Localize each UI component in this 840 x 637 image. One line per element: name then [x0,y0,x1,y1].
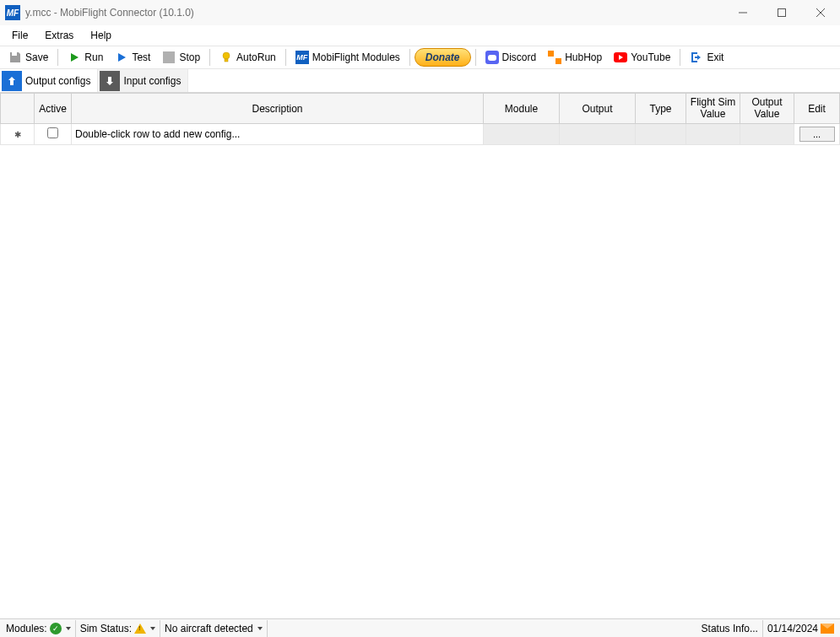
separator [409,49,410,66]
toolbar: Save Run Test Stop AutoRun MF MobiFlight… [0,46,840,69]
discord-icon [485,51,499,64]
active-checkbox[interactable] [47,127,58,138]
mobiflight-icon: MF [295,51,309,64]
check-icon: ✓ [50,623,62,634]
menu-file[interactable]: File [3,25,36,46]
svg-rect-5 [225,59,228,62]
separator [680,49,680,66]
description-cell[interactable]: Double-click row to add new config... [72,124,484,145]
tab-input-label: Input configs [123,75,181,87]
col-header-type[interactable]: Type [636,94,686,124]
svg-rect-1 [778,9,786,17]
type-cell [636,124,686,145]
mobiflight-modules-button[interactable]: MF MobiFlight Modules [290,47,405,67]
hubhop-icon [548,51,561,64]
warning-icon [134,624,146,634]
minimize-button[interactable] [723,0,762,25]
col-header-flight-sim-value[interactable]: Flight Sim Value [686,94,740,124]
discord-label: Discord [502,51,537,63]
col-header-edit[interactable]: Edit [794,94,840,124]
save-label: Save [25,51,48,63]
youtube-label: YouTube [631,51,670,63]
tab-output-configs[interactable]: Output configs [0,69,98,92]
svg-point-4 [223,52,230,59]
save-button[interactable]: Save [3,47,53,67]
edit-row-button[interactable]: ... [799,127,835,142]
play-icon [68,51,81,64]
col-header-output[interactable]: Output [560,94,636,124]
tab-output-label: Output configs [25,75,90,87]
donate-button[interactable]: Donate [415,48,471,67]
modules-label: Modules: [6,623,47,634]
menu-extras[interactable]: Extras [36,25,82,46]
chevron-down-icon [150,627,155,630]
status-modules[interactable]: Modules: ✓ [2,620,76,637]
arrow-down-icon [100,71,120,91]
status-sim[interactable]: Sim Status: [76,620,160,637]
grid-header-row: Active Description Module Output Type Fl… [1,94,840,124]
row-marker: ✱ [1,124,35,145]
new-config-row[interactable]: ✱ Double-click row to add new config... … [1,124,840,145]
envelope-icon[interactable] [821,624,834,634]
output-cell [560,124,636,145]
app-icon: MF [5,5,20,20]
modules-label: MobiFlight Modules [312,51,400,63]
bulb-icon [219,51,233,64]
discord-button[interactable]: Discord [480,47,542,67]
chevron-down-icon [257,627,263,630]
date-label: 01/14/2024 [767,623,818,634]
config-grid: Active Description Module Output Type Fl… [0,93,840,618]
col-header-marker[interactable] [1,94,35,124]
sim-status-label: Sim Status: [80,623,132,634]
stop-button[interactable]: Stop [157,47,205,67]
exit-button[interactable]: Exit [685,47,729,67]
exit-label: Exit [707,51,723,63]
status-aircraft[interactable]: No aircraft detected [160,620,268,637]
status-info-label: Status Info... [702,623,758,634]
autorun-label: AutoRun [236,51,276,63]
maximize-button[interactable] [762,0,801,25]
play-icon [115,51,128,64]
status-bar: Modules: ✓ Sim Status: No aircraft detec… [0,618,840,637]
separator [285,49,286,66]
hubhop-button[interactable]: HubHop [543,47,607,67]
col-header-description[interactable]: Description [72,94,484,124]
status-info[interactable]: Status Info... [697,620,763,637]
output-value-cell [740,124,794,145]
stop-label: Stop [179,51,200,63]
separator [209,49,210,66]
arrow-up-icon [2,71,22,91]
title-bar: MF y.mcc - MobiFlight Connector (10.1.0) [0,0,840,25]
autorun-button[interactable]: AutoRun [214,47,281,67]
module-cell [484,124,560,145]
hubhop-label: HubHop [565,51,602,63]
col-header-active[interactable]: Active [35,94,72,124]
menu-bar: File Extras Help [0,25,840,46]
run-label: Run [84,51,103,63]
exit-icon [690,51,703,64]
test-button[interactable]: Test [110,47,155,67]
youtube-button[interactable]: YouTube [609,47,675,67]
status-date: 01/14/2024 [763,620,838,637]
col-header-output-value[interactable]: Output Value [740,94,794,124]
close-button[interactable] [801,0,840,25]
stop-icon [162,51,176,64]
youtube-icon [614,52,627,62]
edit-cell: ... [794,124,840,145]
active-cell[interactable] [35,124,72,145]
test-label: Test [132,51,150,63]
chevron-down-icon [66,627,71,630]
aircraft-label: No aircraft detected [165,623,253,634]
separator [57,49,58,66]
config-tabs: Output configs Input configs [0,69,840,93]
col-header-module[interactable]: Module [484,94,560,124]
flight-sim-value-cell [686,124,740,145]
tab-input-configs[interactable]: Input configs [98,69,188,92]
run-button[interactable]: Run [62,47,108,67]
menu-help[interactable]: Help [82,25,120,46]
save-icon [8,51,22,64]
separator [475,49,476,66]
window-controls [723,0,840,25]
window-title: y.mcc - MobiFlight Connector (10.1.0) [25,7,194,19]
